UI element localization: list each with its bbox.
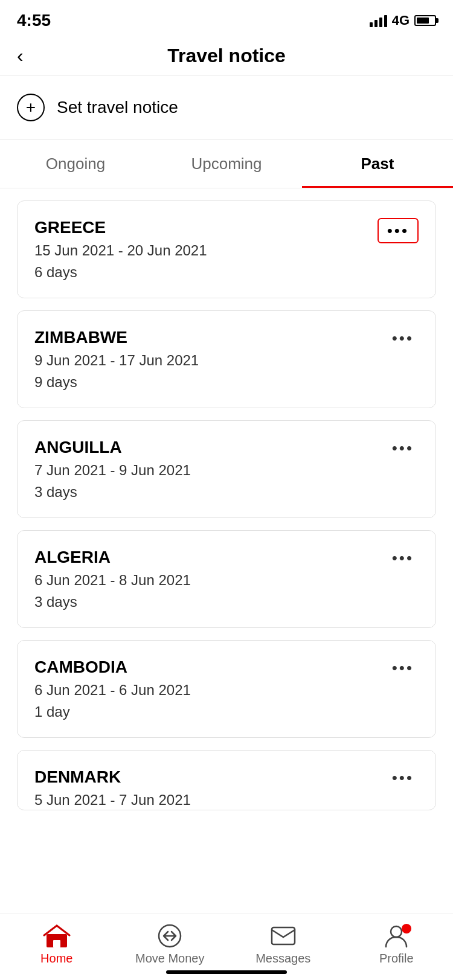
set-travel-notice-button[interactable]: + Set travel notice xyxy=(0,75,453,140)
country-name: ANGUILLA xyxy=(34,438,191,457)
travel-card-algeria: ALGERIA 6 Jun 2021 - 8 Jun 2021 3 days •… xyxy=(17,530,436,628)
more-options-button[interactable]: ••• xyxy=(378,218,419,243)
more-options-button[interactable]: ••• xyxy=(387,328,419,348)
travel-dates: 9 Jun 2021 - 17 Jun 2021 xyxy=(34,352,199,369)
travel-info: ALGERIA 6 Jun 2021 - 8 Jun 2021 3 days xyxy=(34,548,191,610)
travel-info: ANGUILLA 7 Jun 2021 - 9 Jun 2021 3 days xyxy=(34,438,191,501)
nav-item-home[interactable]: Home xyxy=(0,914,114,980)
country-name: CAMBODIA xyxy=(34,658,191,677)
country-name: DENMARK xyxy=(34,767,191,787)
battery-icon xyxy=(414,15,436,26)
travel-duration: 9 days xyxy=(34,374,199,391)
country-name: GREECE xyxy=(34,218,207,237)
travel-card-denmark: DENMARK 5 Jun 2021 - 7 Jun 2021 ••• xyxy=(17,750,436,810)
travel-duration: 6 days xyxy=(34,264,207,281)
svg-rect-1 xyxy=(53,940,60,947)
nav-label-profile: Profile xyxy=(379,952,414,966)
more-options-button[interactable]: ••• xyxy=(387,438,419,458)
signal-icon xyxy=(370,14,387,27)
travel-info: GREECE 15 Jun 2021 - 20 Jun 2021 6 days xyxy=(34,218,207,281)
travel-duration: 3 days xyxy=(34,484,191,501)
set-notice-label: Set travel notice xyxy=(57,98,178,117)
more-options-button[interactable]: ••• xyxy=(387,658,419,678)
country-name: ALGERIA xyxy=(34,548,191,567)
status-time: 4:55 xyxy=(17,11,51,30)
travel-dates: 6 Jun 2021 - 8 Jun 2021 xyxy=(34,572,191,589)
nav-item-profile[interactable]: Profile xyxy=(340,914,454,980)
move-money-icon xyxy=(155,924,184,948)
nav-label-move-money: Move Money xyxy=(135,952,205,966)
add-icon: + xyxy=(17,94,45,121)
tabs: Ongoing Upcoming Past xyxy=(0,140,453,188)
travel-dates: 5 Jun 2021 - 7 Jun 2021 xyxy=(34,792,191,809)
status-icons: 4G xyxy=(370,13,436,28)
travel-card-greece: GREECE 15 Jun 2021 - 20 Jun 2021 6 days … xyxy=(17,200,436,298)
page-title: Travel notice xyxy=(167,45,286,67)
profile-icon xyxy=(382,924,411,948)
country-name: ZIMBABWE xyxy=(34,328,199,347)
home-icon xyxy=(42,924,71,948)
nav-label-messages: Messages xyxy=(255,952,310,966)
svg-rect-3 xyxy=(272,927,295,944)
travel-dates: 15 Jun 2021 - 20 Jun 2021 xyxy=(34,242,207,259)
more-options-button[interactable]: ••• xyxy=(387,767,419,788)
travel-duration: 3 days xyxy=(34,594,191,610)
nav-label-home: Home xyxy=(40,952,72,966)
travel-info: ZIMBABWE 9 Jun 2021 - 17 Jun 2021 9 days xyxy=(34,328,199,391)
travel-card-anguilla: ANGUILLA 7 Jun 2021 - 9 Jun 2021 3 days … xyxy=(17,420,436,518)
travel-card-zimbabwe: ZIMBABWE 9 Jun 2021 - 17 Jun 2021 9 days… xyxy=(17,310,436,408)
tab-past[interactable]: Past xyxy=(302,140,453,188)
more-options-button[interactable]: ••• xyxy=(387,548,419,568)
travel-dates: 7 Jun 2021 - 9 Jun 2021 xyxy=(34,462,191,479)
travel-list: GREECE 15 Jun 2021 - 20 Jun 2021 6 days … xyxy=(0,188,453,822)
tab-upcoming[interactable]: Upcoming xyxy=(151,140,302,188)
travel-info: CAMBODIA 6 Jun 2021 - 6 Jun 2021 1 day xyxy=(34,658,191,720)
travel-duration: 1 day xyxy=(34,703,191,720)
header: ‹ Travel notice xyxy=(0,36,453,75)
travel-dates: 6 Jun 2021 - 6 Jun 2021 xyxy=(34,682,191,699)
svg-point-4 xyxy=(391,926,402,937)
status-bar: 4:55 4G xyxy=(0,0,453,36)
network-label: 4G xyxy=(392,13,410,28)
travel-card-cambodia: CAMBODIA 6 Jun 2021 - 6 Jun 2021 1 day •… xyxy=(17,640,436,738)
back-button[interactable]: ‹ xyxy=(17,46,24,65)
travel-info: DENMARK 5 Jun 2021 - 7 Jun 2021 xyxy=(34,767,191,809)
tab-ongoing[interactable]: Ongoing xyxy=(0,140,151,188)
home-indicator xyxy=(166,970,287,974)
messages-icon xyxy=(269,924,298,948)
